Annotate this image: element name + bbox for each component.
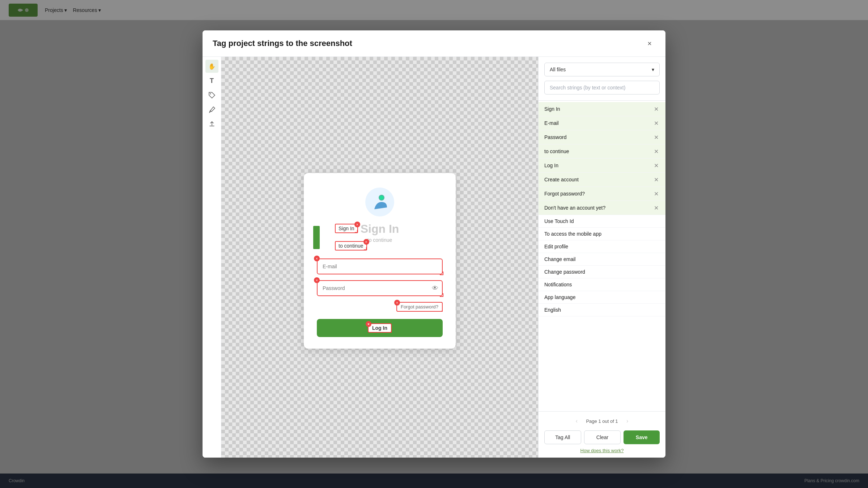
sign-in-tag-remove[interactable]: × [354,222,360,227]
string-item-label: To access the mobile app [544,231,601,237]
forgot-resize-handle[interactable] [439,308,443,312]
string-item[interactable]: Change email [539,253,665,266]
hand-tool-button[interactable]: ✋ [205,60,218,73]
forgot-password-row: × Forgot password? [317,302,443,312]
sign-in-section: Sign In to continue × Sign In × [317,222,443,251]
string-item[interactable]: Use Touch Id [539,215,665,228]
log-in-tag-remove[interactable]: × [366,321,371,327]
string-item-label: Notifications [544,282,572,287]
string-item-remove-button[interactable]: ✕ [652,105,660,113]
to-continue-tag-label: to continue [339,243,363,249]
pagination-row: ‹ Page 1 out of 1 › [544,416,660,426]
screenshot-area: Sign In to continue × Sign In × [221,57,538,458]
password-input[interactable] [317,280,443,296]
string-item-remove-button[interactable]: ✕ [652,148,660,155]
string-item[interactable]: English [539,304,665,316]
pagination-text: Page 1 out of 1 [586,418,618,424]
password-resize-handle[interactable] [440,293,443,297]
string-item-label: Change password [544,269,585,275]
email-input[interactable] [317,258,443,274]
tag-tool-button[interactable] [205,89,218,102]
files-dropdown-label: All files [550,67,566,72]
search-input[interactable] [544,81,660,94]
modal-close-button[interactable]: × [644,38,655,49]
string-item[interactable]: Create account✕ [539,173,665,187]
pagination-next-button[interactable]: › [622,416,633,426]
tag-marker [313,226,320,249]
string-item[interactable]: Notifications [539,278,665,291]
string-item-label: Forgot password? [544,191,585,197]
log-in-tagged-box[interactable]: × Log In [368,323,392,333]
string-item-label: Create account [544,177,579,182]
string-item-label: Sign In [544,106,560,112]
email-tag-remove[interactable]: × [314,256,320,261]
string-item[interactable]: Password✕ [539,130,665,144]
string-item-label: Don't have an account yet? [544,205,605,211]
app-screen: Sign In to continue × Sign In × [304,173,456,349]
text-tool-button[interactable]: T [205,74,218,87]
eyedropper-tool-button[interactable] [205,103,218,116]
modal-header: Tag project strings to the screenshot × [203,30,665,57]
email-field-container: × [317,258,443,274]
string-item[interactable]: Change password [539,266,665,278]
clear-button[interactable]: Clear [584,430,621,444]
svg-point-3 [379,195,384,200]
string-item[interactable]: To access the mobile app [539,228,665,240]
sign-in-tagged-box[interactable]: × Sign In [335,224,358,233]
forgot-password-label: Forgot password? [401,304,438,310]
help-link[interactable]: How does this work? [544,448,660,453]
canvas-panel: ✋ T [203,57,538,458]
forgot-tag-remove[interactable]: × [394,300,400,306]
string-item[interactable]: App language [539,291,665,304]
avatar-area [317,188,443,216]
string-item-remove-button[interactable]: ✕ [652,119,660,127]
tag-all-button[interactable]: Tag All [544,430,581,444]
string-item-remove-button[interactable]: ✕ [652,190,660,197]
string-item-remove-button[interactable]: ✕ [652,162,660,169]
to-continue-tag-remove[interactable]: × [363,239,369,245]
right-panel: All files ▾ Sign In✕E-mail✕Password✕to c… [538,57,665,458]
string-item[interactable]: Log In✕ [539,159,665,173]
save-button[interactable]: Save [624,430,660,444]
right-panel-top: All files ▾ [539,57,665,101]
sign-in-tag-label: Sign In [339,226,354,231]
svg-point-1 [210,93,211,94]
password-eye-icon[interactable]: 👁 [432,285,438,292]
string-item-label: E-mail [544,120,559,126]
files-dropdown[interactable]: All files ▾ [544,63,660,76]
string-item[interactable]: Don't have an account yet?✕ [539,201,665,215]
string-item[interactable]: Edit profile [539,240,665,253]
to-continue-tagged-box[interactable]: × to continue [335,241,367,251]
string-item-label: Change email [544,256,575,262]
log-in-button[interactable]: Log In × Log In [317,319,443,337]
app-avatar [365,188,394,216]
string-item[interactable]: Forgot password?✕ [539,187,665,201]
string-item[interactable]: Sign In✕ [539,102,665,116]
upload-tool-button[interactable] [205,118,218,131]
string-item-remove-button[interactable]: ✕ [652,176,660,183]
string-item-label: App language [544,294,575,300]
email-resize-handle[interactable] [440,272,443,275]
string-item[interactable]: E-mail✕ [539,116,665,130]
forgot-password-tagged-box[interactable]: × Forgot password? [396,302,443,312]
string-item-label: Edit profile [544,244,568,249]
string-item-label: Use Touch Id [544,218,574,224]
password-tag-remove[interactable]: × [314,277,320,283]
string-item-label: English [544,307,561,313]
string-item-label: to continue [544,148,569,154]
string-item[interactable]: to continue✕ [539,144,665,159]
files-dropdown-arrow-icon: ▾ [652,67,654,72]
action-buttons: Tag All Clear Save [544,430,660,444]
login-resize-handle[interactable] [388,329,392,333]
modal-body: ✋ T [203,57,665,458]
modal-title: Tag project strings to the screenshot [213,39,352,48]
password-field-container: × 👁 [317,280,443,296]
strings-list: Sign In✕E-mail✕Password✕to continue✕Log … [539,101,665,411]
string-item-remove-button[interactable]: ✕ [652,134,660,141]
string-item-remove-button[interactable]: ✕ [652,204,660,211]
log-in-tag-label: Log In [372,325,387,331]
right-panel-footer: ‹ Page 1 out of 1 › Tag All Clear Save H… [539,411,665,458]
string-item-label: Log In [544,163,558,168]
modal-overlay: Tag project strings to the screenshot × … [0,0,868,488]
pagination-prev-button[interactable]: ‹ [571,416,582,426]
